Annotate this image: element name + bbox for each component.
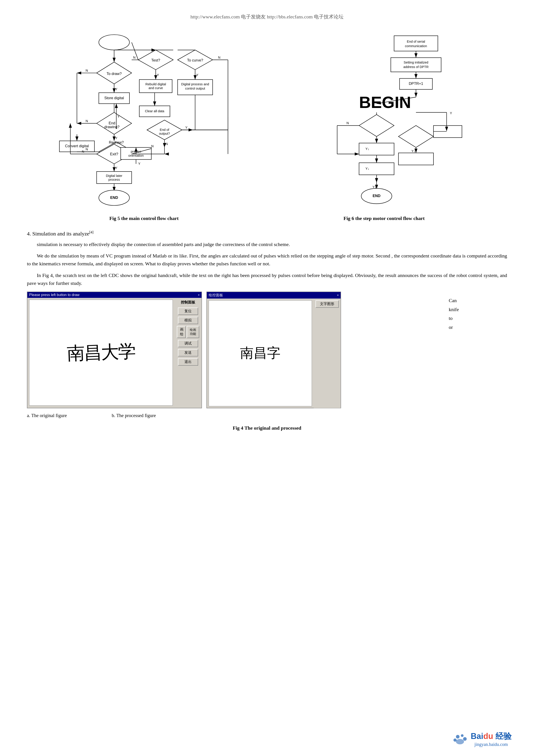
- baidu-text: Baidu 经验: [471, 731, 512, 742]
- svg-rect-117: [359, 143, 394, 155]
- svg-text:N: N: [218, 56, 221, 59]
- svg-text:Test?: Test?: [151, 58, 160, 63]
- svg-text:End: End: [109, 121, 115, 125]
- right-canvas: 南昌字: [209, 300, 312, 406]
- svg-text:DPTR+1: DPTR+1: [409, 81, 423, 86]
- svg-text:communication: communication: [405, 44, 427, 48]
- paragraph3: In Fig 4, the scratch text on the left C…: [27, 271, 507, 287]
- svg-text:N: N: [133, 56, 136, 59]
- screenshot-right: 绘控面板 × 南昌字 文字图形: [206, 292, 341, 408]
- svg-text:drawing?: drawing?: [104, 125, 120, 129]
- svg-text:Y: Y: [185, 126, 188, 129]
- btn-send[interactable]: 发送: [178, 349, 198, 357]
- baidu-icon: [451, 732, 469, 746]
- svg-point-134: [456, 735, 460, 739]
- right-content: 南昌字 文字图形: [207, 299, 341, 408]
- svg-rect-120: [359, 163, 394, 175]
- left-sidebar: 控制面板 复位 模拟 画给 绘画功能 调试 发送 退出: [174, 298, 201, 407]
- svg-point-135: [461, 734, 464, 737]
- svg-text:orientation: orientation: [128, 154, 144, 157]
- flowchart-section: To draw? N Y Store digital End: [27, 29, 507, 209]
- screenshots-row: Please press left button to draw × 南昌大学 …: [27, 292, 507, 408]
- svg-text:Y: Y: [450, 111, 452, 115]
- svg-text:N: N: [166, 142, 168, 146]
- svg-text:Store digital: Store digital: [104, 96, 124, 100]
- left-canvas: 南昌大学: [29, 300, 173, 406]
- right-handwriting: 南昌字: [240, 344, 280, 362]
- svg-text:Exit?: Exit?: [110, 152, 118, 156]
- left-handwriting: 南昌大学: [67, 339, 136, 366]
- svg-text:Convert digital: Convert digital: [65, 144, 89, 148]
- svg-text:N: N: [82, 150, 84, 153]
- svg-text:Y↓: Y↓: [365, 147, 369, 150]
- flowchart-fig6: End of serial communication Setting init…: [277, 29, 507, 209]
- btn-text-graphic[interactable]: 文字图形: [315, 300, 339, 308]
- baidu-logo: Baidu 经验 jingyan.baidu.com: [451, 731, 512, 747]
- svg-text:address of DPTR: address of DPTR: [403, 65, 429, 69]
- btn-test[interactable]: 调试: [178, 340, 198, 347]
- svg-marker-114: [398, 125, 434, 148]
- svg-text:N: N: [151, 144, 154, 148]
- svg-text:output?: output?: [159, 132, 170, 135]
- svg-point-138: [463, 737, 467, 741]
- svg-text:Y: Y: [115, 166, 118, 170]
- page-container: http://www.elecfans.com 电子发烧友 http://bbs…: [0, 0, 534, 756]
- svg-text:N: N: [86, 119, 88, 123]
- svg-text:Clear all data: Clear all data: [145, 109, 165, 113]
- svg-text:and curve: and curve: [148, 86, 163, 90]
- svg-text:END: END: [110, 196, 118, 200]
- left-titlebar: Please press left button to draw ×: [27, 292, 201, 298]
- btn-draw-func[interactable]: 绘画功能: [187, 326, 199, 338]
- right-titlebar: 绘控面板 ×: [207, 292, 341, 299]
- fig-captions: Fig 5 the main control flow chart Fig 6 …: [27, 215, 507, 221]
- svg-text:N: N: [346, 121, 349, 125]
- svg-text:Digital later: Digital later: [106, 174, 122, 177]
- svg-rect-72: [97, 172, 132, 184]
- btn-reset[interactable]: 复位: [178, 308, 198, 315]
- btn-simulate[interactable]: 模拟: [178, 317, 198, 324]
- svg-text:Setting initialized: Setting initialized: [404, 61, 428, 64]
- svg-text:Y: Y: [196, 73, 199, 77]
- baidu-sub: jingyan.baidu.com: [471, 742, 512, 747]
- svg-marker-108: [359, 115, 394, 136]
- svg-text:Rebuild digital: Rebuild digital: [146, 82, 166, 86]
- side-text: Can knife to or: [449, 296, 507, 332]
- svg-text:End of: End of: [160, 128, 170, 131]
- baidu-logo-area: Baidu 经验 jingyan.baidu.com: [451, 731, 512, 747]
- svg-rect-98: [391, 58, 441, 72]
- svg-rect-123: [398, 153, 434, 165]
- flowchart-fig5: To draw? N Y Store digital End: [27, 29, 267, 209]
- fig4-main-caption: Fig 4 The original and processed: [27, 425, 507, 431]
- control-label: 控制面板: [181, 300, 195, 305]
- svg-text:Y↓: Y↓: [411, 149, 415, 153]
- svg-text:Redraw?: Redraw?: [109, 140, 124, 145]
- svg-text:Y: Y: [117, 115, 120, 118]
- svg-text:To curve?: To curve?: [187, 58, 203, 63]
- svg-text:Y: Y: [138, 162, 141, 165]
- svg-text:Y: Y: [157, 73, 159, 77]
- svg-text:END: END: [373, 194, 381, 198]
- left-title: Please press left button to draw: [29, 293, 79, 297]
- svg-text:Y: Y: [115, 136, 118, 140]
- left-close[interactable]: ×: [198, 293, 200, 297]
- section4-title: 4. Simulation and its analyze[4]: [27, 230, 507, 237]
- right-sidebar: 文字图形: [314, 299, 341, 408]
- svg-text:control output: control output: [185, 87, 205, 90]
- btn-draw[interactable]: 画给: [177, 326, 186, 338]
- svg-text:process: process: [108, 178, 120, 181]
- fig5-caption: Fig 5 the main control flow chart: [109, 215, 178, 221]
- svg-text:End of serial: End of serial: [407, 40, 425, 43]
- btn-exit[interactable]: 退出: [178, 358, 198, 366]
- screenshot-left: Please press left button to draw × 南昌大学 …: [27, 292, 202, 408]
- caption-a: a. The original figure: [27, 413, 67, 418]
- svg-point-0: [99, 35, 129, 50]
- fig6-caption: Fig 6 the step motor control flow chart: [343, 215, 425, 221]
- header-url: http://www.elecfans.com 电子发烧友 http://bbs…: [27, 14, 507, 20]
- svg-text:Y↓: Y↓: [365, 167, 369, 170]
- paragraph2: We do the simulation by means of VC prog…: [27, 252, 507, 268]
- svg-text:To draw?: To draw?: [107, 71, 121, 76]
- svg-text:N: N: [86, 148, 88, 151]
- svg-text:N: N: [86, 69, 88, 72]
- right-close[interactable]: ×: [337, 293, 339, 297]
- screenshot-captions: a. The original figure b. The processed …: [27, 413, 507, 418]
